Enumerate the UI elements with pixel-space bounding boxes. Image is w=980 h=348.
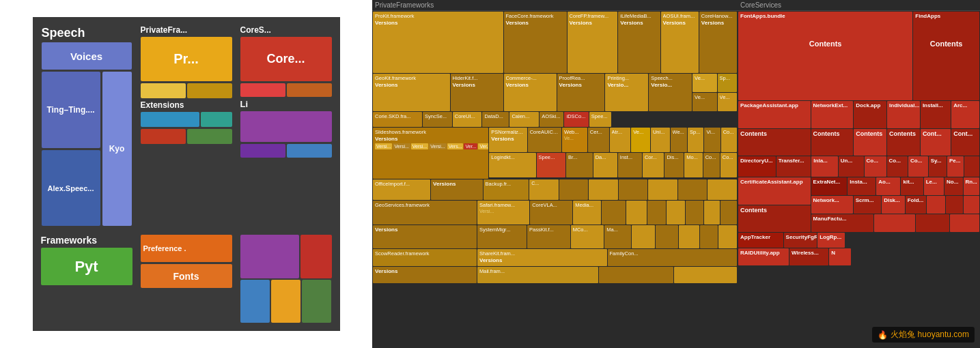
pe-cell: Pe... (947, 156, 964, 177)
findapps-cell: FindApps Contents (913, 12, 979, 100)
sy-cell: Sy... (929, 156, 947, 177)
ma-cell: Ma... (604, 225, 631, 249)
small-cells-col1: Ve... Ve... (692, 74, 717, 111)
syncse-cell: SyncSe... (423, 112, 452, 127)
alex-speech-cell: Alex.Speec... (42, 150, 100, 227)
cor2-cell: Cor... (643, 153, 664, 177)
slideshows-cell: Slideshows.framework Versions Versi... V… (373, 128, 488, 179)
network-row2: Contents Contents Contents Cont... Cont.… (811, 129, 979, 156)
co-cell: Co... (721, 128, 737, 152)
network-row1: NetworkExt... Dock.app Individual... Ins… (811, 101, 979, 128)
da-cell: Da... (593, 153, 617, 177)
rt-sm7 (950, 214, 979, 232)
wireless-cell: Wireless... (789, 248, 828, 265)
ext-green-cell (187, 129, 232, 144)
network2-cell: Network... (811, 196, 853, 214)
li2-red (300, 235, 331, 278)
screenreader-versions: Versions (373, 267, 477, 284)
rt-row-6: RAIDUtility.app Wireless... N (738, 248, 979, 265)
manufac-cell: ManuFactu... (811, 214, 874, 232)
arc-cell: Arc... (951, 101, 979, 128)
proofrea-versions: Versions (559, 82, 603, 88)
ext-red-cell (141, 129, 186, 144)
li-cell (240, 111, 332, 142)
ss-cell (720, 201, 737, 224)
li2-yellow (271, 280, 300, 323)
co5-cell: Co... (887, 156, 908, 177)
so-cell (647, 201, 666, 224)
corefp-cell: CoreFP.framew... Versions (568, 12, 618, 73)
co3-cell: Co... (720, 153, 737, 177)
certright-row2: Network... Scrm... Disk... Fold... (811, 196, 979, 214)
dis-cell: Dis... (664, 153, 684, 177)
ilifemedia-label: iLifeMediaB... (620, 13, 658, 19)
aosk-cell: AOSki... (540, 112, 563, 127)
hiderkit-cell: HiderKit.f... Versions (451, 74, 503, 111)
logindkt-sub: Spee... Br... Da... Inst... Cor... Dis..… (537, 153, 738, 177)
psnorm-row: PSNormalizer... Versions CoreAUIC.t... W… (489, 128, 737, 152)
atr-cell: Atr... (610, 128, 631, 152)
li-title: Li (240, 99, 332, 109)
coreskd-cell: Corie.SKD.fra... (373, 112, 422, 127)
co4-cell: Co... (865, 156, 886, 177)
commerce-cell: Commerce-... Versions (504, 74, 557, 111)
fontapps-contents: Contents (740, 40, 910, 48)
rt-empty-2 (852, 248, 979, 265)
rt-sm5 (874, 214, 915, 232)
contents3-cell: Contents (854, 129, 886, 156)
coreui-cell: CoreUI... (453, 112, 482, 127)
uni-cell: Uni... (651, 128, 670, 152)
yellow-treemap: ProKit.framework Versions FaceCore.frame… (372, 11, 738, 348)
rt-row-1: FontApps.bundle Contents FindApps Conten… (738, 12, 979, 100)
no-cell: No... (944, 177, 962, 195)
fontapps-label: FontApps.bundle (740, 13, 910, 19)
fonts-cell: Fonts (141, 264, 232, 288)
aosui-cell: AOSUI.fram... Versions (661, 12, 699, 73)
sharekit-cell: ShareKit.fram... Versions (477, 249, 607, 266)
raidutility-cell: RAIDUtility.app (738, 248, 789, 265)
safari-row: Safari.framew... Versi... CoreVLA... Med… (477, 201, 737, 224)
d-cell (559, 179, 589, 200)
rn-cell: Rn... (964, 177, 980, 195)
fontapps-cell: FontApps.bundle Contents (738, 12, 912, 100)
li-blue1 (287, 144, 332, 158)
networkext-cell: NetworkExt... (811, 101, 854, 128)
apptracker-cell: AppTracker (738, 233, 783, 248)
pr-cell: Pr... (141, 37, 232, 81)
mailframe-row: Mail.fram... (477, 267, 737, 284)
mf-cell (718, 225, 737, 249)
f-cell (619, 179, 648, 200)
speech-section: Speech Voices Ting–Ting.... Alex.Speec..… (38, 23, 135, 229)
small-cell-4: Ve... (718, 93, 737, 111)
ext-teal-cell (201, 112, 232, 127)
corefp-label: CoreFP.framew... (570, 13, 616, 19)
transfer-cell: Transfer... (776, 156, 811, 177)
facecore-cell: FaceCore.framework Versions (504, 12, 567, 73)
rt-row-4: CertificateAssistant.app Contents ExtraN… (738, 177, 979, 232)
certassist-group: CertificateAssistant.app Contents (738, 177, 811, 232)
sysmig-cell: SystemMigr... (477, 225, 527, 249)
core-cell: Core... (240, 37, 332, 81)
contents2-cell: Contents (811, 129, 854, 156)
rt-empty-1 (845, 233, 979, 248)
left-panel: Speech Voices Ting–Ting.... Alex.Speec..… (0, 0, 372, 348)
media-cell: Media... (573, 201, 601, 224)
speech-title: Speech (42, 26, 132, 40)
rt-sm3 (946, 196, 963, 214)
li2-blue (240, 280, 270, 323)
geokit-cell: GeoKit.framework Versions (373, 74, 450, 111)
pyt-cell: Pyt (41, 248, 132, 285)
rt-row-5: AppTracker SecurityFgRgb... LogRp... (738, 233, 979, 248)
yt-row-7: ScowReader.framework Versions ShareKit.f… (373, 249, 737, 283)
privatefra-title: PrivateFra... (141, 25, 232, 35)
ilifemedia-versions: Versions (620, 20, 658, 26)
core-orange1 (287, 83, 332, 97)
sq-cell (686, 201, 703, 224)
cont5-cell: Cont... (921, 129, 951, 156)
li2-purple (240, 235, 300, 278)
geoservices-group: GeoServices.framework Versions (373, 201, 477, 248)
ilifemedia-cell: iLifeMediaB... Versions (618, 12, 660, 73)
sp2-cell (667, 201, 685, 224)
inla-cell: Inla... (811, 156, 837, 177)
small-cell-2: Ve... (692, 93, 717, 111)
